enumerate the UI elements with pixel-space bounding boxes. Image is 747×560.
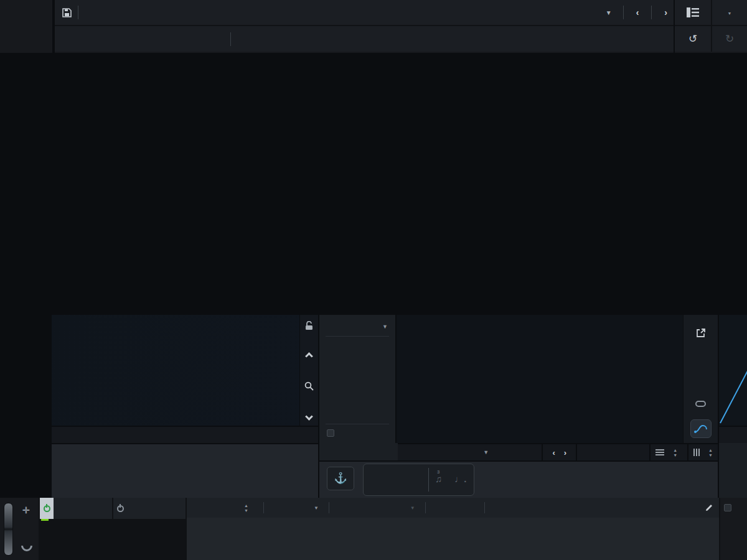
modulator-row: ▼ xyxy=(0,315,747,498)
preset-prev-button[interactable]: ‹ xyxy=(630,7,646,17)
lfo-grid-stepper[interactable]: ▲▼ xyxy=(693,444,718,460)
env-next-icon[interactable] xyxy=(305,413,313,421)
triplet-button[interactable]: ♫3 xyxy=(435,474,442,487)
lfo-right-tools xyxy=(683,315,718,443)
move-icon[interactable]: ✛ xyxy=(22,505,30,515)
voicing-sidebar xyxy=(719,315,747,498)
lfo-mono-row xyxy=(326,424,389,437)
shape-prev-button[interactable]: ‹ xyxy=(548,448,559,457)
arp-keyboard[interactable] xyxy=(113,519,186,560)
popout-icon[interactable] xyxy=(690,324,712,342)
preset-browser-icon[interactable] xyxy=(675,0,711,25)
always-checkbox[interactable] xyxy=(724,504,731,511)
lfo-panel: ▼ xyxy=(319,315,718,498)
app-logo xyxy=(0,0,52,53)
scale-dropdown-arrow[interactable]: ▼ xyxy=(410,505,415,511)
preset-zone: ▼ ‹ › xyxy=(54,0,674,53)
envelope-knobs xyxy=(52,443,318,498)
oscillator-row xyxy=(0,53,747,299)
zoom-icon[interactable] xyxy=(304,381,314,391)
envelope-tools xyxy=(299,315,318,426)
lfo-knob-row: ⚓ ♫3 ♩. xyxy=(319,460,718,498)
loop-shape-icon[interactable] xyxy=(690,394,712,413)
mod-source-sidebar xyxy=(0,315,50,498)
bottom-right-options xyxy=(720,498,747,560)
envelope-values xyxy=(52,426,318,443)
clip-keyboard[interactable] xyxy=(40,519,112,560)
curve-shape-icon[interactable] xyxy=(690,419,712,438)
arp-section xyxy=(113,498,186,560)
envelope-panel xyxy=(52,315,318,498)
host-sync-button[interactable]: ⚓ xyxy=(327,467,354,493)
lfo-steps-stepper[interactable]: ▲▼ xyxy=(655,444,682,460)
transpose-stepper[interactable]: ▲▼ xyxy=(244,503,248,513)
lfo-type-dropdown[interactable]: ▼ xyxy=(326,321,389,337)
key-dropdown-arrow[interactable]: ▼ xyxy=(314,505,319,511)
arc-icon[interactable] xyxy=(19,538,34,553)
synth-plugin-window: ▼ ‹ › ▼ ↺ xyxy=(0,0,747,560)
save-icon[interactable] xyxy=(62,8,72,17)
preset-dropdown-arrow[interactable]: ▼ xyxy=(606,9,612,16)
keyboard-section: ▲▼ ▼ ▼ xyxy=(187,498,719,560)
lfo-shape-dropdown[interactable]: ▼ xyxy=(398,444,537,460)
lfo-sequence-bar: ▼ ‹ › ▲▼ ▲▼ xyxy=(398,443,718,460)
preset-next-button[interactable]: › xyxy=(658,7,674,17)
menu-button[interactable]: ▼ xyxy=(711,0,747,25)
top-bar: ▼ ‹ › ▼ ↺ xyxy=(0,0,747,53)
dotted-button[interactable]: ♩. xyxy=(454,474,466,487)
envelope-editor[interactable] xyxy=(52,315,318,426)
undo-button[interactable]: ↺ xyxy=(675,26,711,52)
arp-power-button[interactable] xyxy=(113,498,127,519)
pitch-wheel[interactable] xyxy=(4,503,13,556)
wheel-box: ✛ xyxy=(0,498,39,560)
lfo-path-editor[interactable] xyxy=(397,315,683,443)
env-prev-icon[interactable] xyxy=(305,352,313,360)
voicing-label xyxy=(719,426,747,443)
lfo-direction-dropdown[interactable] xyxy=(582,444,644,460)
piano-keyboard[interactable] xyxy=(187,518,719,560)
rate-box: ♫3 ♩. xyxy=(363,464,474,496)
lfo-mode-column: ▼ xyxy=(319,315,397,443)
osc-mapping-button[interactable] xyxy=(700,504,713,511)
bottom-bar: ✛ ▲▼ ▼ xyxy=(0,498,747,560)
mono-checkbox[interactable] xyxy=(327,429,334,437)
shape-next-button[interactable]: › xyxy=(560,448,571,457)
modulator-tab-bar xyxy=(0,299,747,315)
redo-button[interactable]: ↻ xyxy=(711,26,747,52)
clip-power-button[interactable] xyxy=(40,498,54,519)
lock-icon[interactable] xyxy=(305,321,313,330)
velocity-display[interactable] xyxy=(719,315,747,426)
clip-section xyxy=(40,498,112,560)
